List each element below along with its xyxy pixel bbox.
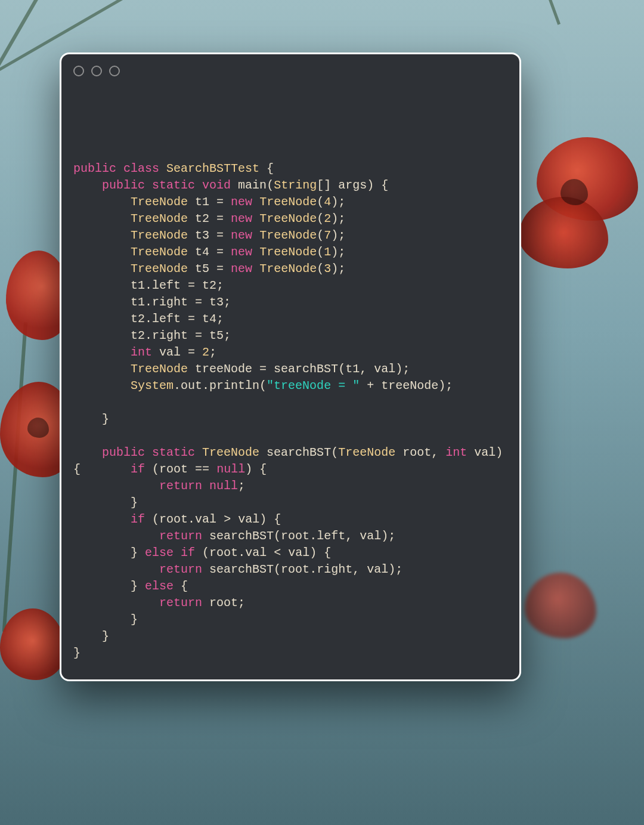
token-punct: } xyxy=(131,579,145,593)
code-line[interactable]: } xyxy=(73,411,507,428)
token-punct: ; xyxy=(216,279,224,292)
bg-flower xyxy=(0,608,66,680)
token-punct: ( xyxy=(338,362,345,376)
titlebar[interactable] xyxy=(61,54,519,88)
token-ident: val xyxy=(245,546,267,560)
token-ident: t2 xyxy=(202,279,216,292)
token-indent xyxy=(73,579,131,593)
token-punct: = xyxy=(216,262,231,276)
token-indent xyxy=(73,479,159,493)
code-line[interactable] xyxy=(73,428,507,444)
token-ident: val xyxy=(374,362,395,376)
token-sp xyxy=(231,178,238,192)
bg-stem xyxy=(484,0,561,25)
token-keyword: new xyxy=(231,195,252,209)
code-line[interactable]: } else if (root.val < val) { xyxy=(73,545,507,561)
token-sp xyxy=(188,329,195,342)
token-ident: t3 xyxy=(195,228,209,242)
token-indent xyxy=(73,262,131,276)
token-punct: } xyxy=(131,613,138,626)
code-line[interactable]: TreeNode treeNode = searchBST(t1, val); xyxy=(73,361,507,378)
close-icon[interactable] xyxy=(73,66,84,76)
code-line[interactable]: } xyxy=(73,645,507,662)
token-keyword: new xyxy=(231,245,252,259)
code-line[interactable]: } else { xyxy=(73,578,507,595)
token-indent xyxy=(73,245,131,259)
token-ident: val xyxy=(360,529,381,543)
code-line[interactable]: TreeNode t2 = new TreeNode(2); xyxy=(73,211,507,227)
code-line[interactable]: public static TreeNode searchBST(TreeNod… xyxy=(73,444,507,461)
code-line[interactable]: TreeNode t5 = new TreeNode(3); xyxy=(73,261,507,277)
token-ident: t4 xyxy=(195,245,209,259)
token-indent xyxy=(73,295,131,309)
token-keyword: return xyxy=(159,596,202,610)
code-line[interactable]: t1.right = t3; xyxy=(73,294,507,311)
token-ident: t3 xyxy=(209,295,224,309)
token-keyword: class xyxy=(123,162,159,175)
token-type: TreeNode xyxy=(131,195,188,209)
code-line[interactable] xyxy=(73,144,507,160)
code-line[interactable]: public static void main(String[] args) { xyxy=(73,177,507,194)
token-sp xyxy=(188,195,195,209)
token-punct: , xyxy=(352,563,367,576)
token-ident: left xyxy=(152,312,181,326)
token-sp xyxy=(467,446,474,459)
code-line[interactable]: t1.left = t2; xyxy=(73,277,507,294)
code-line[interactable]: return null; xyxy=(73,478,507,495)
code-line[interactable]: t2.right = t5; xyxy=(73,327,507,344)
code-line[interactable]: return root; xyxy=(73,595,507,611)
token-ident: left xyxy=(317,529,345,543)
token-ident: t1 xyxy=(345,362,360,376)
token-type: TreeNode xyxy=(259,245,317,259)
token-sp xyxy=(174,546,181,560)
token-punct: ); xyxy=(388,563,402,576)
token-punct: ; xyxy=(216,312,224,326)
code-line[interactable]: return searchBST(root.left, val); xyxy=(73,528,507,545)
token-ident: out xyxy=(181,379,202,393)
token-sp xyxy=(202,529,209,543)
token-type: TreeNode xyxy=(131,212,188,225)
token-ident: val xyxy=(474,446,496,459)
maximize-icon[interactable] xyxy=(109,66,120,76)
token-punct: . xyxy=(145,312,152,326)
token-ident: t2 xyxy=(195,212,209,225)
token-punct: ); xyxy=(331,212,345,225)
token-method: searchBST xyxy=(267,446,331,459)
token-sp xyxy=(174,579,181,593)
token-punct: ); xyxy=(331,228,345,242)
token-indent xyxy=(73,596,159,610)
token-indent xyxy=(73,312,131,326)
token-punct: ( xyxy=(274,529,281,543)
token-sp xyxy=(195,446,202,459)
code-line[interactable]: public class SearchBSTTest { xyxy=(73,160,507,177)
token-method: main xyxy=(238,178,267,192)
code-line[interactable]: return searchBST(root.right, val); xyxy=(73,561,507,578)
code-line[interactable]: } xyxy=(73,628,507,645)
token-keyword: public xyxy=(73,162,116,175)
token-sp xyxy=(152,345,159,359)
code-editor[interactable]: public class SearchBSTTest { public stat… xyxy=(73,144,507,656)
token-ident: val xyxy=(159,345,181,359)
code-line[interactable]: t2.left = t4; xyxy=(73,311,507,327)
token-punct: ) xyxy=(496,446,510,459)
code-line[interactable]: } xyxy=(73,495,507,511)
code-line[interactable]: TreeNode t4 = new TreeNode(1); xyxy=(73,244,507,261)
code-line[interactable]: } xyxy=(73,611,507,628)
code-line[interactable]: if (root.val > val) { xyxy=(73,511,507,528)
code-line[interactable]: TreeNode t3 = new TreeNode(7); xyxy=(73,227,507,244)
token-type: TreeNode xyxy=(202,446,259,459)
token-keyword: new xyxy=(231,212,252,225)
code-line[interactable]: { if (root == null) { xyxy=(73,461,507,478)
token-indent xyxy=(73,362,131,376)
token-punct: = xyxy=(216,228,231,242)
token-sp xyxy=(116,162,123,175)
token-punct: ) { xyxy=(309,546,331,560)
token-punct: < xyxy=(274,546,288,560)
minimize-icon[interactable] xyxy=(91,66,102,76)
token-punct: ; xyxy=(238,479,245,493)
token-indent xyxy=(80,462,131,476)
code-line[interactable]: TreeNode t1 = new TreeNode(4); xyxy=(73,194,507,211)
code-line[interactable]: int val = 2; xyxy=(73,344,507,361)
code-line[interactable]: System.out.println("treeNode = " + treeN… xyxy=(73,378,507,394)
code-line[interactable] xyxy=(73,394,507,411)
